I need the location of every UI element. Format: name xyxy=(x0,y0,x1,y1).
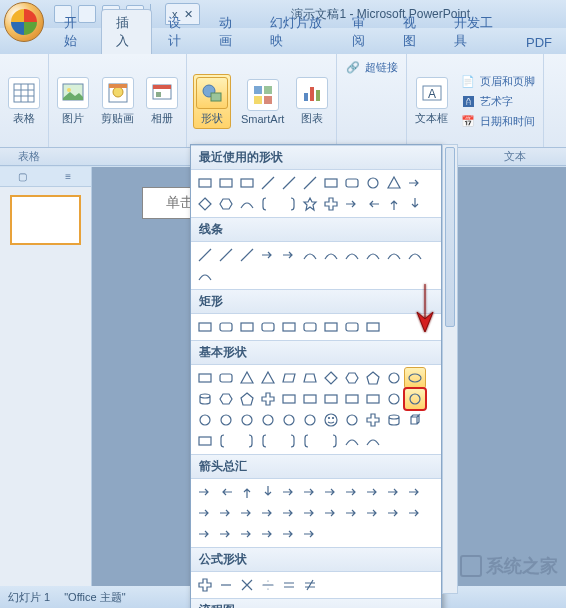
shape-dia-6[interactable] xyxy=(321,368,341,388)
shapes-button[interactable]: 形状 xyxy=(193,74,231,129)
hyperlink-button[interactable]: 🔗超链接 xyxy=(343,58,400,76)
shape-circ-9[interactable] xyxy=(384,368,404,388)
shape-arrow-18[interactable] xyxy=(342,194,362,214)
shape-rect-15[interactable] xyxy=(279,389,299,409)
tab-slideshow[interactable]: 幻灯片放映 xyxy=(256,10,336,54)
shape-arrow-7[interactable] xyxy=(342,482,362,502)
shape-arrow-27[interactable] xyxy=(300,524,320,544)
tab-animation[interactable]: 动画 xyxy=(205,10,254,54)
shape-line-4[interactable] xyxy=(279,173,299,193)
shape-rrect-1[interactable] xyxy=(216,368,236,388)
shape-arrow-6[interactable] xyxy=(321,482,341,502)
tab-design[interactable]: 设计 xyxy=(154,10,203,54)
smartart-button[interactable]: SmartArt xyxy=(239,77,286,127)
shape-rect-18[interactable] xyxy=(342,389,362,409)
textbox-button[interactable]: A 文本框 xyxy=(413,75,450,128)
dropdown-scrollbar[interactable] xyxy=(442,144,458,594)
shape-circ-29[interactable] xyxy=(342,410,362,430)
shape-arrow-17[interactable] xyxy=(321,503,341,523)
shape-neq-5[interactable] xyxy=(300,575,320,595)
shape-rect-33[interactable] xyxy=(195,431,215,451)
shape-arrow-16[interactable] xyxy=(300,503,320,523)
shape-dia-11[interactable] xyxy=(195,194,215,214)
shape-plus-0[interactable] xyxy=(195,575,215,595)
shape-uarrow-2[interactable] xyxy=(237,482,257,502)
shape-curve-11[interactable] xyxy=(195,266,215,286)
shape-trap-5[interactable] xyxy=(300,368,320,388)
shape-line-3[interactable] xyxy=(258,173,278,193)
shape-brak2-35[interactable] xyxy=(237,431,257,451)
shape-smile-28[interactable] xyxy=(321,410,341,430)
shape-rect-16[interactable] xyxy=(300,389,320,409)
picture-button[interactable]: 图片 xyxy=(55,75,91,128)
shape-rect-2[interactable] xyxy=(237,173,257,193)
shape-rrect-7[interactable] xyxy=(342,173,362,193)
shape-ell-10[interactable] xyxy=(405,368,425,388)
shape-cube-32[interactable] xyxy=(405,410,425,430)
shape-rrect-1[interactable] xyxy=(216,317,236,337)
shape-rect-0[interactable] xyxy=(195,173,215,193)
shape-curve-10[interactable] xyxy=(405,245,425,265)
shape-arrow-20[interactable] xyxy=(384,503,404,523)
shape-circ-26[interactable] xyxy=(279,410,299,430)
shape-arrow-14[interactable] xyxy=(258,503,278,523)
shape-minus-1[interactable] xyxy=(216,575,236,595)
shape-curve-9[interactable] xyxy=(384,245,404,265)
shape-circ-25[interactable] xyxy=(258,410,278,430)
shape-arrow-19[interactable] xyxy=(363,503,383,523)
tab-home[interactable]: 开始 xyxy=(50,10,99,54)
shape-brak2-15[interactable] xyxy=(279,194,299,214)
shape-arrow-8[interactable] xyxy=(363,482,383,502)
shape-curve-7[interactable] xyxy=(342,245,362,265)
tables-button[interactable]: 表格 xyxy=(6,75,42,128)
datetime-button[interactable]: 📅日期和时间 xyxy=(458,113,537,131)
clipart-button[interactable]: 剪贴画 xyxy=(99,75,136,128)
shape-eq-4[interactable] xyxy=(279,575,299,595)
shape-brak-36[interactable] xyxy=(258,431,278,451)
slide-thumbnail-1[interactable] xyxy=(10,195,81,245)
shape-arrow-24[interactable] xyxy=(237,524,257,544)
shape-arrow-10[interactable] xyxy=(405,173,425,193)
shape-pent-13[interactable] xyxy=(237,389,257,409)
shape-circ-27[interactable] xyxy=(300,410,320,430)
shape-circ-8[interactable] xyxy=(363,173,383,193)
shape-brak-38[interactable] xyxy=(300,431,320,451)
shape-brak-14[interactable] xyxy=(258,194,278,214)
shape-line-2[interactable] xyxy=(237,245,257,265)
shape-hex-12[interactable] xyxy=(216,194,236,214)
shape-arrow-13[interactable] xyxy=(237,503,257,523)
shape-curve-6[interactable] xyxy=(321,245,341,265)
shape-rect-0[interactable] xyxy=(195,368,215,388)
shape-brak2-39[interactable] xyxy=(321,431,341,451)
shape-star-16[interactable] xyxy=(300,194,320,214)
thumb-tab-outline[interactable]: ≡ xyxy=(46,167,92,186)
shape-circ-24[interactable] xyxy=(237,410,257,430)
shape-rect-0[interactable] xyxy=(195,317,215,337)
scrollbar-thumb[interactable] xyxy=(445,147,455,327)
tab-insert[interactable]: 插入 xyxy=(101,9,152,54)
shape-rect-8[interactable] xyxy=(363,317,383,337)
shape-rect-17[interactable] xyxy=(321,389,341,409)
shape-curve-5[interactable] xyxy=(300,245,320,265)
shape-rect-2[interactable] xyxy=(237,317,257,337)
shape-tri-2[interactable] xyxy=(237,368,257,388)
shape-plus-17[interactable] xyxy=(321,194,341,214)
shape-line-5[interactable] xyxy=(300,173,320,193)
shape-para-4[interactable] xyxy=(279,368,299,388)
tab-view[interactable]: 视图 xyxy=(389,10,438,54)
tab-developer[interactable]: 开发工具 xyxy=(440,10,510,54)
shape-rect-1[interactable] xyxy=(216,173,236,193)
shape-rect-4[interactable] xyxy=(279,317,299,337)
shape-arrow-5[interactable] xyxy=(300,482,320,502)
shape-circ-23[interactable] xyxy=(216,410,236,430)
shape-arrow-21[interactable] xyxy=(405,503,425,523)
shape-brak2-37[interactable] xyxy=(279,431,299,451)
shape-arrow-11[interactable] xyxy=(195,503,215,523)
shape-arrow-0[interactable] xyxy=(195,482,215,502)
album-button[interactable]: 相册 xyxy=(144,75,180,128)
shape-darrow-21[interactable] xyxy=(405,194,425,214)
shape-rrect-7[interactable] xyxy=(342,317,362,337)
tab-review[interactable]: 审阅 xyxy=(338,10,387,54)
shape-rect-19[interactable] xyxy=(363,389,383,409)
shape-plus-14[interactable] xyxy=(258,389,278,409)
